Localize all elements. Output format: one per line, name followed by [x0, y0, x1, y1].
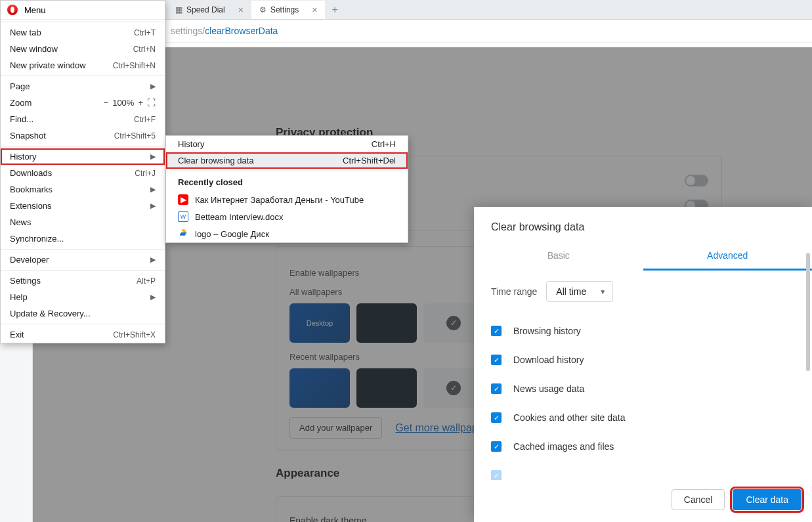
menu-label: Zoom	[10, 98, 32, 108]
shortcut: Ctrl+N	[133, 45, 156, 54]
shortcut: Ctrl+Shift+5	[114, 131, 156, 141]
google-drive-icon	[178, 228, 188, 239]
time-range-select[interactable]: All time ▼	[546, 281, 613, 302]
recently-closed-header: Recently closed	[166, 173, 408, 191]
recently-closed-label: Как Интернет Заработал Деньги - YouTube	[195, 195, 364, 205]
clear-browsing-data-dialog: Clear browsing data Basic Advanced Time …	[474, 207, 812, 522]
menu-label: Snapshot	[10, 131, 46, 141]
menu-label: New private window	[10, 60, 86, 70]
shortcut: Ctrl+Shift+Del	[343, 156, 396, 165]
close-icon[interactable]: ×	[238, 5, 244, 15]
menu-label: Synchronize...	[10, 234, 64, 244]
close-icon[interactable]: ×	[312, 5, 317, 15]
shortcut: Ctrl+Shift+N	[113, 61, 156, 70]
menu-new-private-window[interactable]: New private windowCtrl+Shift+N	[1, 57, 165, 74]
menu-downloads[interactable]: DownloadsCtrl+J	[1, 165, 165, 181]
zoom-in-button[interactable]: +	[138, 98, 143, 108]
check-label: Download history	[513, 355, 584, 365]
speed-dial-icon: ▦	[175, 5, 182, 14]
main-menu: Menu New tabCtrl+T New windowCtrl+N New …	[0, 0, 165, 343]
time-range-value: All time	[556, 286, 586, 297]
dialog-footer: Cancel Clear data	[474, 480, 812, 522]
chevron-down-icon: ▼	[599, 288, 606, 295]
checkbox-icon: ✓	[491, 383, 502, 394]
menu-header[interactable]: Menu	[1, 1, 165, 20]
recently-closed-item[interactable]: W Betteam Interview.docx	[166, 208, 408, 225]
tab-label: Speed Dial	[186, 5, 225, 14]
check-browsing-history[interactable]: ✓Browsing history	[491, 316, 795, 345]
tab-speed-dial[interactable]: ▦ Speed Dial ×	[167, 1, 251, 19]
shortcut: Alt+P	[137, 276, 156, 286]
chevron-right-icon: ▶	[150, 185, 156, 194]
menu-label: New window	[10, 44, 58, 54]
check-partial-item[interactable]: ✓	[491, 461, 795, 480]
address-path: clearBrowserData	[205, 26, 278, 36]
zoom-out-button[interactable]: −	[104, 98, 109, 108]
menu-title: Menu	[24, 5, 46, 15]
tab-advanced[interactable]: Advanced	[643, 244, 813, 271]
check-label: Browsing history	[513, 326, 581, 336]
check-download-history[interactable]: ✓Download history	[491, 345, 795, 374]
menu-synchronize[interactable]: Synchronize...	[1, 230, 165, 247]
check-cookies[interactable]: ✓Cookies and other site data	[491, 403, 795, 432]
menu-new-tab[interactable]: New tabCtrl+T	[1, 24, 165, 41]
checkbox-icon: ✓	[491, 441, 502, 452]
menu-label: Page	[10, 81, 30, 91]
dialog-title: Clear browsing data	[474, 207, 812, 244]
new-tab-button[interactable]: +	[325, 4, 344, 16]
recently-closed-item[interactable]: logo – Google Диск	[166, 225, 408, 242]
menu-page[interactable]: Page▶	[1, 78, 165, 95]
document-icon: W	[178, 211, 188, 222]
checkbox-icon: ✓	[491, 326, 502, 336]
menu-news[interactable]: News	[1, 214, 165, 230]
recently-closed-label: Betteam Interview.docx	[195, 212, 283, 222]
menu-label: History	[10, 152, 36, 162]
shortcut: Ctrl+H	[372, 139, 396, 149]
check-label: News usage data	[513, 383, 584, 394]
menu-extensions[interactable]: Extensions▶	[1, 198, 165, 214]
submenu-label: History	[178, 139, 204, 149]
menu-label: Help	[10, 292, 28, 302]
menu-label: Settings	[10, 276, 41, 286]
history-submenu: HistoryCtrl+H Clear browsing dataCtrl+Sh…	[165, 135, 408, 243]
check-label: Cached images and files	[513, 441, 614, 452]
shortcut: Ctrl+Shift+X	[113, 330, 156, 339]
submenu-history[interactable]: HistoryCtrl+H	[166, 136, 408, 152]
menu-bookmarks[interactable]: Bookmarks▶	[1, 181, 165, 198]
menu-update-recovery[interactable]: Update & Recovery...	[1, 305, 165, 322]
menu-exit[interactable]: ExitCtrl+Shift+X	[1, 326, 165, 343]
clear-data-button[interactable]: Clear data	[733, 489, 801, 510]
tab-basic[interactable]: Basic	[474, 244, 643, 271]
menu-label: Update & Recovery...	[10, 309, 91, 318]
dialog-tabs: Basic Advanced	[474, 244, 812, 271]
menu-help[interactable]: Help▶	[1, 289, 165, 305]
menu-snapshot[interactable]: SnapshotCtrl+Shift+5	[1, 127, 165, 144]
check-news-usage[interactable]: ✓News usage data	[491, 374, 795, 403]
check-cached-images[interactable]: ✓Cached images and files	[491, 432, 795, 461]
tab-settings[interactable]: ⚙ Settings ×	[251, 1, 326, 19]
recently-closed-item[interactable]: ▶ Как Интернет Заработал Деньги - YouTub…	[166, 191, 408, 208]
menu-developer[interactable]: Developer▶	[1, 251, 165, 268]
address-prefix: settings/	[171, 26, 205, 36]
chevron-right-icon: ▶	[150, 152, 156, 161]
chevron-right-icon: ▶	[150, 293, 156, 301]
dialog-body: Time range All time ▼ ✓Browsing history …	[474, 271, 812, 480]
menu-zoom[interactable]: Zoom − 100% + ⛶	[1, 95, 165, 111]
scrollbar-thumb[interactable]	[806, 253, 810, 371]
menu-settings[interactable]: SettingsAlt+P	[1, 272, 165, 289]
menu-label: Extensions	[10, 201, 52, 211]
shortcut: Ctrl+T	[134, 28, 156, 37]
opera-icon	[7, 5, 18, 15]
shortcut: Ctrl+J	[135, 169, 156, 178]
submenu-clear-browsing-data[interactable]: Clear browsing dataCtrl+Shift+Del	[166, 152, 408, 169]
cancel-button[interactable]: Cancel	[672, 489, 725, 510]
menu-find[interactable]: Find...Ctrl+F	[1, 111, 165, 127]
menu-new-window[interactable]: New windowCtrl+N	[1, 41, 165, 57]
fullscreen-icon[interactable]: ⛶	[147, 98, 156, 108]
menu-history[interactable]: History▶	[1, 148, 165, 165]
chevron-right-icon: ▶	[150, 82, 156, 91]
checkbox-icon: ✓	[491, 470, 502, 480]
gear-icon: ⚙	[259, 5, 267, 14]
checkbox-icon: ✓	[491, 412, 502, 423]
youtube-icon: ▶	[178, 194, 188, 205]
